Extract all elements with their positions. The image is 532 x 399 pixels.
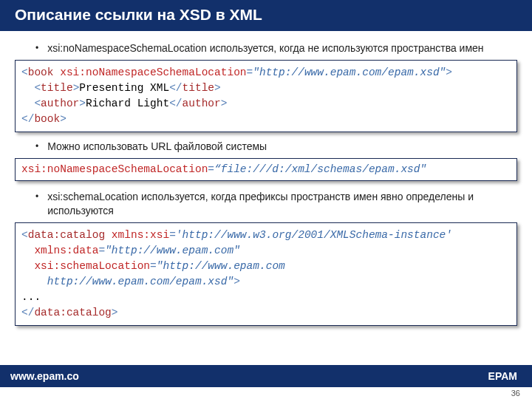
slide-title: Описание ссылки на XSD в XML — [0, 0, 532, 31]
slide-content: • xsi:noNamespaceSchemaLocation использу… — [0, 31, 532, 326]
footer-url: www.epam.co — [0, 370, 155, 382]
bullet-1: • xsi:noNamespaceSchemaLocation использу… — [35, 41, 517, 55]
code-block-1: <book xsi:noNamespaceSchemaLocation="htt… — [15, 60, 517, 132]
code-block-3: <data:catalog xmlns:xsi='http://www.w3.o… — [15, 222, 517, 326]
bullet-dot: • — [35, 140, 38, 153]
bullet-3-text: xsi:schemaLocation используется, когда п… — [47, 190, 517, 218]
footer-bar: www.epam.co EPAM — [0, 365, 532, 387]
title-text: Описание ссылки на XSD в XML — [15, 6, 262, 23]
bullet-dot: • — [35, 190, 38, 203]
footer-brand: EPAM — [488, 370, 532, 382]
bullet-dot: • — [35, 41, 38, 55]
bullet-2-text: Можно использовать URL файловой системы — [47, 140, 267, 154]
bullet-1-text: xsi:noNamespaceSchemaLocation использует… — [47, 41, 483, 55]
bullet-2: • Можно использовать URL файловой систем… — [35, 140, 517, 154]
page-number: 36 — [511, 389, 520, 398]
code-block-2: xsi:noNamespaceSchemaLocation=“file:///d… — [15, 158, 517, 181]
bullet-3: • xsi:schemaLocation используется, когда… — [35, 190, 517, 218]
